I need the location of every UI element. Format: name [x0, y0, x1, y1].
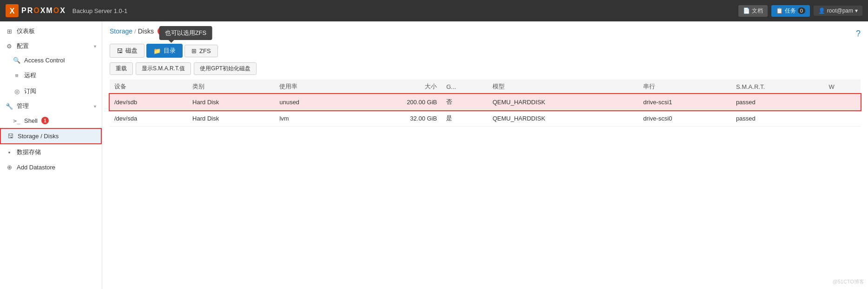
- tab-zfs[interactable]: ⊞ ZFS: [184, 45, 218, 57]
- sidebar-item-subscription[interactable]: ◎ 订阅: [0, 83, 102, 99]
- tab-bar: 🖫 磁盘 也可以选用ZFS 📁 目录 ⊞ ZFS: [110, 44, 861, 58]
- col-smart: S.M.A.R.T.: [731, 80, 824, 94]
- data-storage-icon: ▪: [6, 149, 13, 156]
- app-header: X PROXMOX Backup Server 1.0-1 📄 文档 📋 任务 …: [0, 0, 868, 21]
- col-serial: 串行: [638, 80, 731, 94]
- sidebar-item-label: 配置: [17, 42, 29, 50]
- action-bar: 重载 显示S.M.A.R.T.值 使用GPT初始化磁盘: [110, 62, 861, 75]
- add-datastore-icon: ⊕: [6, 164, 13, 171]
- cell-type: Hard Disk: [188, 94, 275, 110]
- sidebar-item-label: Shell: [24, 117, 38, 124]
- breadcrumb-current: Disks: [138, 27, 154, 35]
- breadcrumb-separator: /: [134, 28, 136, 35]
- disks-table: 设备 类别 使用率 大小 G... 模型 串行 S.M.A.R.T. W /de…: [110, 80, 861, 127]
- col-size: 大小: [346, 80, 442, 94]
- cell-model: QEMU_HARDDISK: [488, 110, 638, 127]
- cell-type: Hard Disk: [188, 110, 275, 127]
- smart-button[interactable]: 显示S.M.A.R.T.值: [136, 62, 191, 75]
- sidebar-item-remote[interactable]: ≡ 远程: [0, 67, 102, 83]
- doc-icon: 📄: [743, 7, 750, 14]
- proxmox-logo-icon: X: [6, 4, 19, 17]
- cell-gpt: 否: [441, 94, 488, 110]
- dashboard-icon: ⊞: [6, 28, 13, 35]
- cell-device: /dev/sdb: [110, 94, 188, 110]
- remote-icon: ≡: [13, 72, 20, 79]
- table-header: 设备 类别 使用率 大小 G... 模型 串行 S.M.A.R.T. W: [110, 80, 861, 94]
- chevron-down-icon: ▾: [855, 7, 858, 14]
- sidebar-item-add-datastore[interactable]: ⊕ Add Datastore: [0, 160, 102, 175]
- cell-gpt: 是: [441, 110, 488, 127]
- cell-usage: lvm: [275, 110, 345, 127]
- chevron-down-icon: ▾: [94, 104, 96, 109]
- col-gpt: G...: [441, 80, 488, 94]
- sidebar-item-shell[interactable]: >_ Shell 1: [0, 113, 102, 128]
- sidebar-item-label: 远程: [24, 71, 36, 80]
- logo-area: X PROXMOX Backup Server 1.0-1: [6, 4, 127, 17]
- sidebar-item-label: 仪表板: [17, 27, 35, 35]
- reload-button[interactable]: 重载: [110, 62, 133, 75]
- directory-icon: 📁: [153, 47, 161, 54]
- tab-directory-container: 也可以选用ZFS 📁 目录: [146, 44, 183, 58]
- svg-text:X: X: [10, 7, 15, 15]
- tab-directory[interactable]: 📁 目录: [146, 44, 183, 58]
- tasks-button[interactable]: 📋 任务 0: [771, 5, 810, 17]
- search-icon: 🔍: [13, 57, 20, 64]
- sidebar-item-label: Storage / Disks: [18, 133, 59, 140]
- table-body: /dev/sdb Hard Disk unused 200.00 GiB 否 Q…: [110, 94, 861, 127]
- sidebar: ⊞ 仪表板 ⚙ 配置 ▾ 🔍 Access Control ≡ 远程 ◎ 订阅 …: [0, 21, 102, 289]
- sidebar-item-label: Access Control: [24, 57, 65, 64]
- breadcrumb-link[interactable]: Storage: [110, 27, 132, 35]
- user-menu-button[interactable]: 👤 root@pam ▾: [814, 6, 862, 16]
- col-model: 模型: [488, 80, 638, 94]
- server-title: Backup Server 1.0-1: [72, 7, 128, 14]
- sidebar-item-data-storage[interactable]: ▪ 数据存储: [0, 144, 102, 160]
- table-row[interactable]: /dev/sda Hard Disk lvm 32.00 GiB 是 QEMU_…: [110, 110, 861, 127]
- sidebar-item-config[interactable]: ⚙ 配置 ▾: [0, 39, 102, 53]
- doc-button[interactable]: 📄 文档: [738, 5, 768, 17]
- sidebar-item-dashboard[interactable]: ⊞ 仪表板: [0, 23, 102, 39]
- sidebar-item-storage-disks[interactable]: 🖫 Storage / Disks: [0, 128, 102, 144]
- cell-device: /dev/sda: [110, 110, 188, 127]
- content-header: Storage / Disks 2 ?: [110, 27, 861, 40]
- table-row[interactable]: /dev/sdb Hard Disk unused 200.00 GiB 否 Q…: [110, 94, 861, 110]
- sidebar-item-label: 数据存储: [17, 148, 41, 156]
- cell-w: [824, 110, 861, 127]
- main-content: Storage / Disks 2 ? 🖫 磁盘 也可以选用ZFS 📁 目录: [102, 21, 868, 289]
- chevron-down-icon: ▾: [94, 44, 96, 49]
- sidebar-item-admin[interactable]: 🔧 管理 ▾: [0, 99, 102, 113]
- cell-size: 200.00 GiB: [346, 94, 442, 110]
- cell-serial: drive-scsi0: [638, 110, 731, 127]
- admin-icon: 🔧: [6, 103, 13, 110]
- sidebar-item-label: Add Datastore: [17, 164, 55, 171]
- shell-badge: 1: [41, 117, 49, 124]
- shell-icon: >_: [13, 117, 20, 124]
- cell-serial: drive-scsi1: [638, 94, 731, 110]
- cell-smart: passed: [731, 110, 824, 127]
- logo-text: PROXMOX: [21, 7, 66, 15]
- tooltip-box: 也可以选用ZFS: [159, 26, 212, 40]
- header-actions: 📄 文档 📋 任务 0 👤 root@pam ▾: [738, 5, 862, 17]
- subscription-icon: ◎: [13, 88, 20, 95]
- help-icon[interactable]: ?: [856, 29, 861, 39]
- init-gpt-button[interactable]: 使用GPT初始化磁盘: [194, 62, 256, 75]
- cell-model: QEMU_HARDDISK: [488, 94, 638, 110]
- table-header-row: 设备 类别 使用率 大小 G... 模型 串行 S.M.A.R.T. W: [110, 80, 861, 94]
- main-layout: ⊞ 仪表板 ⚙ 配置 ▾ 🔍 Access Control ≡ 远程 ◎ 订阅 …: [0, 21, 868, 289]
- zfs-icon: ⊞: [191, 47, 197, 54]
- breadcrumb: Storage / Disks 2: [110, 27, 166, 35]
- storage-icon: 🖫: [7, 133, 14, 140]
- col-device: 设备: [110, 80, 188, 94]
- cell-size: 32.00 GiB: [346, 110, 442, 127]
- watermark: @51CTO博客: [833, 278, 864, 285]
- user-icon: 👤: [818, 7, 825, 14]
- col-w: W: [824, 80, 861, 94]
- sidebar-item-access-control[interactable]: 🔍 Access Control: [0, 53, 102, 67]
- sidebar-item-label: 管理: [17, 102, 29, 110]
- tab-disks[interactable]: 🖫 磁盘: [110, 44, 145, 58]
- cell-usage: unused: [275, 94, 345, 110]
- cell-w: [824, 94, 861, 110]
- col-usage: 使用率: [275, 80, 345, 94]
- sidebar-item-label: 订阅: [24, 87, 36, 95]
- tasks-icon: 📋: [776, 7, 783, 14]
- cell-smart: passed: [731, 94, 824, 110]
